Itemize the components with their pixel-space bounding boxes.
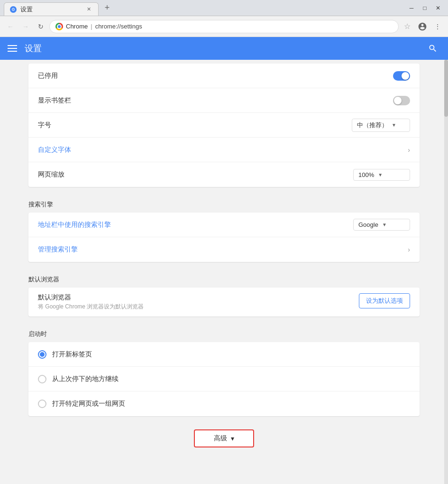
advanced-section: 高级 ▾: [0, 420, 448, 457]
settings-search-button[interactable]: [425, 41, 440, 56]
minimize-button[interactable]: ─: [405, 3, 418, 13]
address-bar: ← → ↻ Chrome | chrome://settings ☆ ⋮: [0, 16, 448, 37]
reload-button[interactable]: ↻: [34, 20, 47, 33]
site-icon: [55, 23, 63, 30]
open-specific-row[interactable]: 打开特定网页或一组网页: [28, 391, 420, 416]
font-size-dropdown[interactable]: 中（推荐） ▼: [352, 119, 410, 132]
open-specific-label: 打开特定网页或一组网页: [52, 400, 125, 408]
back-button[interactable]: ←: [4, 20, 17, 33]
default-browser-main-label: 默认浏览器: [38, 293, 359, 302]
show-bookmarks-label: 显示书签栏: [38, 96, 393, 105]
manage-search-row[interactable]: 管理搜索引擎 ›: [28, 237, 420, 262]
search-engine-title: 搜索引擎: [0, 191, 448, 213]
settings-main-scroll[interactable]: 已停用 显示书签栏 字号 中（推荐） ▼: [0, 60, 448, 484]
window-controls: ─ □ ✕: [405, 3, 444, 13]
already-disabled-knob: [402, 72, 409, 80]
settings-content: 已停用 显示书签栏 字号 中（推荐） ▼: [0, 60, 448, 484]
open-new-tab-radio[interactable]: [38, 350, 46, 359]
set-default-button[interactable]: 设为默认选项: [359, 293, 410, 308]
address-separator: |: [91, 23, 92, 30]
account-button[interactable]: [416, 20, 429, 33]
already-disabled-row: 已停用: [28, 64, 420, 88]
show-bookmarks-knob: [394, 97, 402, 104]
open-new-tab-label: 打开新标签页: [52, 350, 92, 359]
tab-close-button[interactable]: ✕: [85, 6, 92, 13]
search-engine-card: 地址栏中使用的搜索引擎 Google ▼ 管理搜索引擎 ›: [28, 213, 420, 262]
account-icon: [418, 22, 427, 31]
font-size-arrow: ▼: [392, 122, 396, 128]
tab-settings-icon: ⚙: [10, 6, 17, 13]
advanced-label: 高级: [214, 434, 227, 443]
font-size-row: 字号 中（推荐） ▼: [28, 113, 420, 138]
page-zoom-label: 网页缩放: [38, 170, 353, 179]
custom-font-chevron: ›: [408, 146, 410, 154]
page-zoom-value: 100%: [358, 171, 374, 178]
default-browser-title: 默认浏览器: [0, 266, 448, 288]
settings-page-title: 设置: [25, 43, 418, 54]
default-browser-sub-label: 将 Google Chrome 浏览器设为默认浏览器: [38, 303, 359, 311]
custom-font-label: 自定义字体: [38, 146, 408, 154]
advanced-dropdown-icon: ▾: [231, 435, 234, 442]
page-zoom-row: 网页缩放 100% ▼: [28, 162, 420, 187]
forward-button[interactable]: →: [19, 20, 32, 33]
open-new-tab-row[interactable]: 打开新标签页: [28, 342, 420, 367]
tab-title: 设置: [20, 5, 33, 14]
search-in-address-row: 地址栏中使用的搜索引擎 Google ▼: [28, 213, 420, 237]
manage-search-chevron: ›: [408, 246, 410, 253]
bookmark-button[interactable]: ☆: [401, 20, 414, 33]
already-disabled-toggle[interactable]: [393, 71, 410, 81]
continue-where-label: 从上次停下的地方继续: [52, 375, 119, 383]
browser-menu-button[interactable]: ⋮: [431, 20, 444, 33]
open-specific-radio[interactable]: [38, 400, 46, 408]
maximize-button[interactable]: □: [419, 3, 431, 13]
scrollbar-thumb[interactable]: [444, 60, 448, 117]
default-browser-row: 默认浏览器 将 Google Chrome 浏览器设为默认浏览器 设为默认选项: [28, 288, 420, 316]
manage-search-label: 管理搜索引擎: [38, 245, 408, 254]
settings-header: 设置: [0, 37, 448, 60]
close-window-button[interactable]: ✕: [432, 3, 444, 13]
show-bookmarks-row: 显示书签栏: [28, 88, 420, 113]
on-startup-card: 打开新标签页 从上次停下的地方继续 打开特定网页或一组网页: [28, 342, 420, 416]
address-input[interactable]: Chrome | chrome://settings: [49, 20, 399, 33]
new-tab-button[interactable]: +: [101, 1, 114, 15]
search-in-address-label: 地址栏中使用的搜索引擎: [38, 221, 353, 229]
already-disabled-label: 已停用: [38, 72, 393, 80]
show-bookmarks-toggle[interactable]: [393, 96, 410, 105]
custom-font-row[interactable]: 自定义字体 ›: [28, 138, 420, 162]
advanced-button[interactable]: 高级 ▾: [194, 429, 254, 447]
address-chrome-label: Chrome: [66, 23, 88, 30]
default-browser-card: 默认浏览器 将 Google Chrome 浏览器设为默认浏览器 设为默认选项: [28, 288, 420, 316]
font-size-label: 字号: [38, 121, 352, 130]
search-engine-value: Google: [358, 221, 378, 228]
page-zoom-arrow: ▼: [378, 172, 383, 177]
scrollbar-track[interactable]: [444, 60, 448, 484]
continue-where-row[interactable]: 从上次停下的地方继续: [28, 367, 420, 391]
appearance-card: 已停用 显示书签栏 字号 中（推荐） ▼: [28, 64, 420, 187]
tab-area: ⚙ 设置 ✕ +: [4, 0, 405, 16]
on-startup-title: 启动时: [0, 320, 448, 342]
address-url: chrome://settings: [95, 23, 142, 30]
continue-where-radio[interactable]: [38, 375, 46, 383]
search-engine-arrow: ▼: [382, 222, 387, 227]
hamburger-menu[interactable]: [8, 45, 17, 52]
font-size-value: 中（推荐）: [357, 121, 388, 130]
default-browser-text: 默认浏览器 将 Google Chrome 浏览器设为默认浏览器: [38, 293, 359, 311]
window-titlebar: ⚙ 设置 ✕ + ─ □ ✕: [0, 0, 448, 16]
search-engine-dropdown[interactable]: Google ▼: [353, 219, 410, 231]
search-icon: [428, 44, 438, 53]
page-zoom-dropdown[interactable]: 100% ▼: [353, 169, 410, 181]
active-tab[interactable]: ⚙ 设置 ✕: [4, 2, 99, 16]
